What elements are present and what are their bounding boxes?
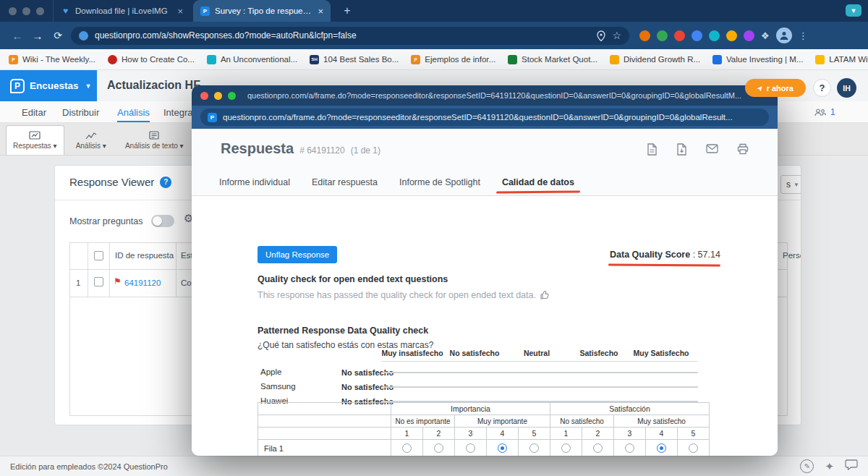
- row-estado: Co: [181, 279, 192, 287]
- nav-item-editar[interactable]: Editar: [22, 107, 46, 118]
- bookmark[interactable]: An Unconventional...: [207, 55, 297, 64]
- tab-editar-respuesta[interactable]: Editar respuesta: [312, 169, 378, 195]
- product-menu[interactable]: P Encuestas ▼: [0, 70, 97, 101]
- row-checkbox[interactable]: [94, 277, 103, 286]
- sparkle-ai-icon[interactable]: ✦: [825, 460, 834, 473]
- radio-button[interactable]: [434, 443, 443, 453]
- subnav-tab-respuestas[interactable]: Respuestas ▾: [6, 125, 64, 155]
- filter-dropdown-fragment[interactable]: s ▼: [780, 175, 801, 194]
- bookmark[interactable]: Dividend Growth R...: [610, 55, 700, 64]
- print-icon[interactable]: [737, 143, 749, 158]
- email-icon[interactable]: [706, 143, 718, 158]
- chevron-down-icon[interactable]: ▼: [846, 4, 861, 17]
- bookmark-favicon: [108, 55, 117, 64]
- close-tab-icon[interactable]: ×: [318, 6, 323, 17]
- browser-menu-icon[interactable]: ⋮: [799, 30, 808, 41]
- minimize-window-button[interactable]: [214, 92, 222, 100]
- iloveimg-favicon: ♥: [61, 7, 70, 16]
- minimize-window-button[interactable]: [22, 7, 30, 15]
- chat-bubble-icon[interactable]: [845, 459, 858, 473]
- bookmark-label: Wiki - The Weekly...: [22, 55, 95, 64]
- back-button[interactable]: ←: [7, 30, 27, 42]
- address-bar[interactable]: questionpro.com/a/showResponses.do?mode=…: [71, 27, 629, 45]
- scale-label: Satisfecho: [568, 349, 630, 357]
- brand-row: Samsung No satisfecho: [258, 380, 706, 394]
- radio-button[interactable]: [561, 443, 571, 453]
- scale-point: 4: [646, 428, 678, 440]
- bookmark[interactable]: Value Investing | M...: [712, 55, 803, 64]
- reload-button[interactable]: ⟳: [48, 30, 68, 41]
- help-circle-icon[interactable]: ?: [160, 177, 171, 188]
- unflag-response-button[interactable]: Unflag Response: [258, 246, 337, 263]
- browser-tab-survey[interactable]: P Survey : Tipo de respuesta ×: [193, 0, 331, 22]
- bookmark[interactable]: Stock Market Quot...: [508, 55, 597, 64]
- radio-button[interactable]: [593, 443, 603, 453]
- tab-calidad-de-datos[interactable]: Calidad de datos: [502, 169, 574, 195]
- feedback-pencil-icon[interactable]: ✎: [800, 459, 814, 473]
- anchor-label: No satisfecho: [550, 415, 614, 428]
- radio-button[interactable]: [498, 443, 507, 453]
- browser-profile-avatar[interactable]: [776, 27, 792, 43]
- close-tab-icon[interactable]: ×: [177, 6, 183, 17]
- nav-item-distribuir[interactable]: Distribuir: [62, 107, 99, 118]
- new-tab-button[interactable]: +: [339, 4, 355, 17]
- tab-informe-individual[interactable]: Informe individual: [219, 169, 290, 195]
- slider-track[interactable]: [381, 386, 698, 388]
- bookmark-label: LATAM Wiki - Rec...: [829, 55, 868, 64]
- extension-icon[interactable]: [709, 30, 720, 41]
- radio-button[interactable]: [689, 443, 698, 453]
- extension-icon[interactable]: [744, 30, 754, 41]
- product-name: Encuestas: [30, 80, 79, 91]
- bookmark-label: 104 Best Sales Bo...: [323, 55, 399, 64]
- popup-url-field[interactable]: P questionpro.com/a/frame.do?mode=respon…: [200, 109, 769, 126]
- close-window-button[interactable]: [9, 7, 17, 15]
- location-pin-icon[interactable]: [597, 30, 605, 41]
- popup-title-url: questionpro.com/a/frame.do?mode=response…: [247, 91, 769, 100]
- show-questions-toggle[interactable]: [151, 215, 174, 227]
- browser-toolbar: ← → ⟳ questionpro.com/a/showResponses.do…: [0, 22, 868, 49]
- radio-button[interactable]: [625, 443, 634, 453]
- radio-button[interactable]: [466, 443, 475, 453]
- bookmark[interactable]: SH104 Best Sales Bo...: [310, 55, 399, 64]
- extension-icon[interactable]: [639, 30, 650, 41]
- nav-item-analisis[interactable]: Análisis: [117, 107, 150, 122]
- slider-track[interactable]: [381, 372, 698, 373]
- export-excel-icon[interactable]: [676, 143, 687, 158]
- upgrade-button[interactable]: ➤ r ahora: [745, 79, 806, 97]
- extension-icon[interactable]: [674, 30, 685, 41]
- upgrade-label: r ahora: [767, 84, 793, 93]
- bookmark-star-icon[interactable]: ☆: [612, 30, 621, 41]
- popup-titlebar[interactable]: questionpro.com/a/frame.do?mode=response…: [192, 85, 778, 106]
- export-pdf-icon[interactable]: [647, 143, 658, 158]
- radio-button[interactable]: [402, 443, 412, 453]
- extension-icon[interactable]: [726, 30, 737, 41]
- scale-label: Neutral: [506, 349, 568, 357]
- extension-icon[interactable]: [692, 30, 702, 41]
- browser-tab-iloveimg[interactable]: ♥ Download file | iLoveIMG ×: [53, 0, 190, 22]
- response-id-link[interactable]: 64191120: [124, 279, 161, 287]
- close-window-button[interactable]: [200, 92, 208, 100]
- radio-button[interactable]: [657, 443, 666, 453]
- subnav-tab-analisis[interactable]: Análisis ▾: [69, 125, 114, 155]
- extension-icon[interactable]: [657, 30, 668, 41]
- popup-url-text: questionpro.com/a/frame.do?mode=response…: [223, 113, 762, 122]
- radio-button[interactable]: [529, 443, 539, 453]
- select-all-checkbox[interactable]: [94, 251, 103, 260]
- show-questions-label: Mostrar preguntas: [69, 216, 142, 226]
- help-button[interactable]: ?: [813, 79, 831, 97]
- bookmark[interactable]: LATAM Wiki - Rec...: [815, 55, 868, 64]
- patterned-check-title: Patterned Response Data Quality check: [258, 326, 428, 336]
- tab-informe-spotlight[interactable]: Informe de Spotlight: [399, 169, 480, 195]
- text-doc-icon: [149, 131, 159, 140]
- zoom-window-button[interactable]: [228, 92, 236, 100]
- bookmark[interactable]: PWiki - The Weekly...: [9, 55, 95, 64]
- zoom-window-button[interactable]: [36, 7, 44, 15]
- subnav-tab-analisis-texto[interactable]: Análisis de texto ▾: [118, 125, 191, 155]
- forward-button[interactable]: →: [27, 30, 48, 42]
- extensions-puzzle-icon[interactable]: ❖: [761, 30, 770, 41]
- user-avatar[interactable]: IH: [837, 78, 856, 98]
- bookmark[interactable]: How to Create Co...: [108, 55, 195, 64]
- bookmark[interactable]: PEjemplos de infor...: [411, 55, 495, 64]
- anchor-label: No es importante: [391, 415, 455, 428]
- scale-point: 1: [391, 428, 423, 440]
